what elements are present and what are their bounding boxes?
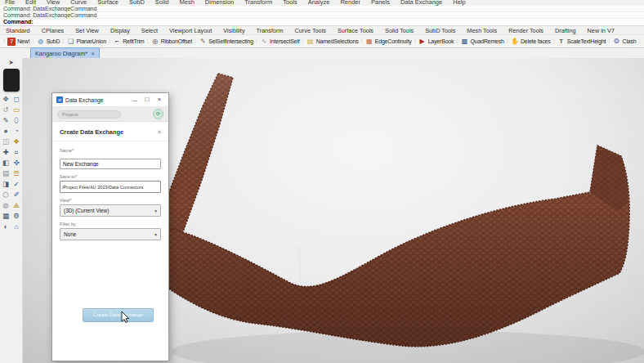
toolbar-button-layerbook[interactable]: ▶LayerBook [418,38,454,46]
sidebar-tool-icon[interactable]: ✥ [2,94,8,105]
dialog-title-bar[interactable]: ⇄ Data Exchange — ☐ ✕ [52,93,168,107]
toolbar-button-edgecontinuity[interactable]: ▦EdgeContinuity [365,38,412,46]
close-icon[interactable]: ✕ [154,96,164,103]
menu-mesh[interactable]: Mesh [179,0,194,6]
toolbar-tab-solid-tools[interactable]: Solid Tools [379,27,419,34]
command-prompt[interactable]: Command: [0,19,644,25]
toolbar-button-namedselections[interactable]: ▤NamedSelections [306,38,359,46]
toolbar-tab-curve-tools[interactable]: Curve Tools [289,27,332,34]
toolbar-button-subd[interactable]: ◍SubD [37,38,60,46]
toolbar-button-planarunion[interactable]: ❏PlanarUnion [67,38,106,46]
create-data-exchange-button[interactable]: Create Data Exchange [83,308,154,322]
toolbar-tab-cplanes[interactable]: CPlanes [36,27,70,34]
tab-close-icon[interactable]: ✕ [91,51,95,56]
minimize-icon[interactable]: — [130,97,140,103]
sidebar-tool-icon[interactable]: ⬯ [14,115,18,126]
sidebar-tool-icon[interactable]: ◻ [13,94,19,105]
toolbar-button-clash[interactable]: ❂Clash [613,38,637,46]
sidebar-tool-icon[interactable]: ✜ [13,158,19,168]
toolbar-tab-visibility[interactable]: Visibility [217,27,250,34]
menu-panels[interactable]: Panels [371,0,390,6]
menu-transform[interactable]: Transform [244,0,272,6]
viewport-tab-label: Kangaroo Diagram* [35,50,87,57]
toolbar-button-quadremesh[interactable]: ▩QuadRemesh [461,38,504,46]
toolbar-tab-subd-tools[interactable]: SubD Tools [419,27,461,34]
menu-help[interactable]: Help [453,0,465,6]
toolbar-separator: ⁞ [507,38,508,45]
menu-curve[interactable]: Curve [70,0,87,6]
save-to-picker[interactable]: /Project Files/AU 2023/Data Connectors [60,181,161,193]
toolbar-button-intersectself[interactable]: ∿IntersectSelf [260,38,299,46]
menu-solid[interactable]: Solid [155,0,169,6]
save-to-label: Save to* [60,174,161,179]
sidebar-tool-icon[interactable]: ☰ [13,168,20,179]
sidebar-tool-icon[interactable]: ❖ [13,137,20,147]
toolbar-tab-standard[interactable]: Standard [0,27,36,34]
menu-subd[interactable]: SubD [129,0,145,6]
sidebar-tool-icon[interactable]: ▤ [2,168,9,179]
sidebar-tool-icon[interactable]: ◍ [2,200,8,211]
sidebar-tool-icon[interactable]: ⬡ [2,190,8,200]
sidebar-tool-icon[interactable]: ✐ [13,190,19,200]
toolbar-tab-render-tools[interactable]: Render Tools [503,27,549,34]
sidebar-tool-icon[interactable]: ↺ [2,105,8,115]
toolbar-button-selselfintersecting[interactable]: ✎SelSelfIntersecting [199,38,253,46]
toolbar-tab-mesh-tools[interactable]: Mesh Tools [461,27,503,34]
sidebar-tool-icon[interactable]: ✎ [2,115,8,126]
collapsed-panel[interactable] [3,69,20,92]
toolbar-tab-select[interactable]: Select [136,27,163,34]
chevron-down-icon: ▾ [154,232,157,237]
viewport-tab-kangaroo-diagram[interactable]: Kangaroo Diagram* ✕ [30,47,100,58]
menu-dimension[interactable]: Dimension [205,0,234,6]
maximize-icon[interactable]: ☐ [142,96,152,103]
sidebar-tool-icon[interactable]: ◧ [2,158,9,168]
refresh-button[interactable]: ⟳ [153,109,163,119]
pointer-tool-icon[interactable]: ➤ [8,59,14,67]
sidebar-tool-icon[interactable]: ⚙ [13,211,20,222]
sidebar-tool-icon[interactable]: ● [3,126,7,137]
sidebar-tool-icon[interactable]: ▭ [13,105,20,115]
toolbar-tab-display[interactable]: Display [105,27,136,34]
menu-surface[interactable]: Surface [97,0,119,6]
sidebar-tool-icon[interactable]: ▦ [2,211,9,222]
filter-by-label: Filter by [60,222,161,226]
menu-tools[interactable]: Tools [283,0,297,6]
name-input[interactable] [60,159,161,169]
menu-file[interactable]: File [5,0,15,6]
toolbar-button-label: NamedSelections [316,38,359,44]
menu-data-exchange[interactable]: Data Exchange [400,0,442,6]
sidebar-tool-icon[interactable]: ◔ [14,126,18,137]
new-icon: 7 [7,38,16,46]
filter-by-select[interactable]: None ▾ [60,228,161,240]
toolbar-tab-viewport-layout[interactable]: Viewport Layout [163,27,217,34]
toolbar-button-new[interactable]: 7New! [7,38,29,46]
subd-icon: ◍ [37,38,45,46]
menu-render[interactable]: Render [340,0,360,6]
toolbar-button-refittrim[interactable]: ⌐RefitTrim [113,38,144,46]
view-select[interactable]: (3D) (Current View) ▾ [60,204,161,217]
toolbar-tab-set-view[interactable]: Set View [69,27,105,34]
sidebar-tool-icon[interactable]: ⟁ [13,200,20,211]
sidebar-tool-icon[interactable]: ⌂ [14,222,18,232]
toolbar-tab-new-in-v7[interactable]: New in V7 [582,27,620,34]
toolbar-button-scaletextheight[interactable]: TScaleTextHeight [557,38,606,46]
toolbar-tab-surface-tools[interactable]: Surface Tools [332,27,379,34]
command-history[interactable]: Command: DataExchangeCommandCommand: Dat… [0,6,644,26]
projects-dropdown[interactable]: Projects [57,110,121,119]
toolbar-button-ribbonoffset[interactable]: ◎RibbonOffset [151,38,192,46]
card-close-icon[interactable]: ✕ [157,129,162,136]
sidebar-tool-icon[interactable]: ◫ [2,137,9,147]
sidebar-tool-icon[interactable]: ⌗ [15,147,19,158]
left-tool-sidebar: ➤ ✥◻↺▭✎⬯●◔◫❖✚⌗◧✜▤☰◨✓⬡✐◍⟁▦⚙◐⌂ [0,58,23,363]
toolbar-tab-transform[interactable]: Transform [251,27,289,34]
sidebar-tool-icon[interactable]: ◐ [3,222,7,232]
rhino-window: FileEditViewCurveSurfaceSubDSolidMeshDim… [0,0,644,363]
toolbar-button-delete-faces[interactable]: ✋Delete faces [511,38,551,46]
menu-analyze[interactable]: Analyze [308,0,330,6]
toolbar-tab-drafting[interactable]: Drafting [549,27,582,34]
sidebar-tool-icon[interactable]: ✓ [13,179,19,190]
menu-view[interactable]: View [47,0,60,6]
sidebar-tool-icon[interactable]: ✚ [2,147,8,158]
sidebar-tool-icon[interactable]: ◨ [2,179,9,190]
menu-edit[interactable]: Edit [25,0,36,6]
